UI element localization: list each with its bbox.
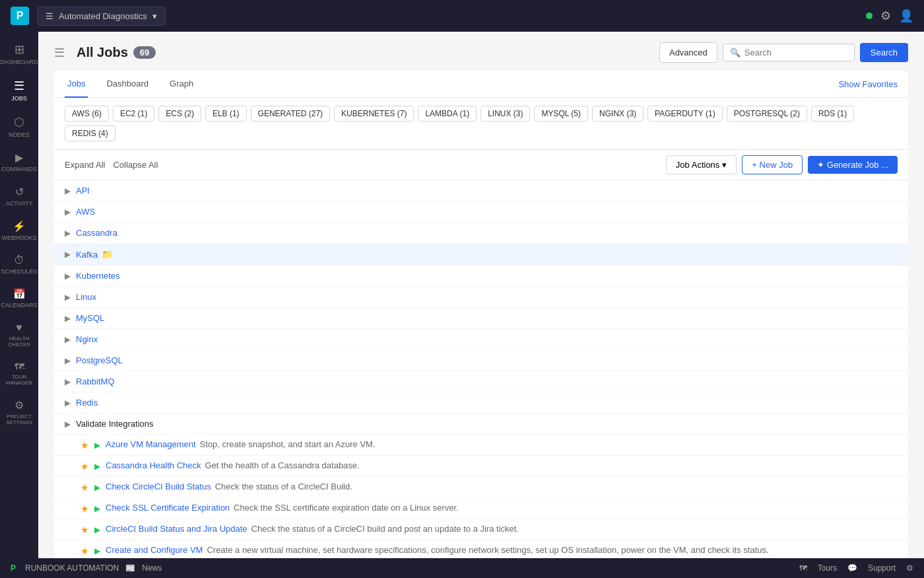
play-icon[interactable]: ▶	[94, 546, 100, 556]
group-name-nginx: Nginx	[76, 334, 98, 344]
group-name-kubernetes: Kubernetes	[76, 271, 120, 281]
jobs-list: ▶ API ▶ AWS ▶ Cassandra ▶ Kafka 📁 ▶ Kube…	[54, 180, 908, 558]
group-row-cassandra[interactable]: ▶ Cassandra	[54, 223, 908, 244]
expand-collapse-area: Expand All Collapse All	[65, 160, 158, 170]
search-area: Advanced 🔍 Search	[659, 42, 908, 63]
job-name[interactable]: CircleCI Build Status and Jira Update	[106, 524, 248, 534]
filter-redis[interactable]: REDIS (4)	[65, 126, 116, 141]
group-row-validate-integrations[interactable]: ▶ Validate Integrations	[54, 414, 908, 435]
show-favorites-link[interactable]: Show Favorites	[838, 79, 898, 89]
sidebar-item-schedules[interactable]: ⏱ SCHEDULES	[3, 249, 35, 280]
job-name[interactable]: Create and Configure VM	[106, 545, 203, 555]
sidebar-label-health-checks: HEALTH CHECKS	[6, 336, 32, 347]
star-icon[interactable]: ★	[81, 503, 89, 514]
play-icon[interactable]: ▶	[94, 441, 100, 450]
health-checks-icon: ♥	[16, 322, 22, 334]
schedules-icon: ⏱	[14, 254, 24, 266]
group-row-redis[interactable]: ▶ Redis	[54, 392, 908, 414]
filter-ec2[interactable]: EC2 (1)	[113, 106, 154, 122]
star-icon[interactable]: ★	[81, 524, 89, 535]
tab-jobs[interactable]: Jobs	[65, 71, 88, 98]
play-icon[interactable]: ▶	[94, 462, 100, 471]
star-icon[interactable]: ★	[81, 546, 89, 556]
group-name-kafka: Kafka	[76, 250, 98, 260]
filter-rds[interactable]: RDS (1)	[811, 106, 854, 122]
chevron-right-icon: ▶	[65, 314, 71, 323]
sidebar-item-nodes[interactable]: ⬡ NODES	[3, 110, 35, 143]
sidebar-item-dashboard[interactable]: ⊞ DASHBOARD	[3, 37, 35, 71]
filter-mysql[interactable]: MYSQL (5)	[534, 106, 588, 122]
star-icon[interactable]: ★	[81, 482, 89, 493]
action-buttons-area: Job Actions ▾ + New Job ✦ Generate Job .…	[666, 155, 898, 174]
star-icon[interactable]: ★	[81, 461, 89, 472]
sidebar-item-health-checks[interactable]: ♥ HEALTH CHECKS	[3, 316, 35, 353]
star-icon[interactable]: ★	[81, 440, 89, 451]
filter-generated[interactable]: GENERATED (27)	[251, 106, 330, 122]
filter-ecs[interactable]: ECS (2)	[158, 106, 201, 122]
bottom-settings-icon[interactable]: ⚙	[906, 563, 913, 573]
group-row-aws[interactable]: ▶ AWS	[54, 201, 908, 223]
sidebar-item-webhooks[interactable]: ⚡ WEBHOOKS	[3, 215, 35, 246]
filter-nginx[interactable]: NGINX (3)	[592, 106, 644, 122]
play-icon[interactable]: ▶	[94, 483, 100, 492]
filter-postgresql[interactable]: POSTGRESQL (2)	[727, 106, 807, 122]
search-button[interactable]: Search	[860, 43, 908, 62]
generate-job-button[interactable]: ✦ Generate Job ...	[808, 156, 898, 174]
play-icon[interactable]: ▶	[94, 525, 100, 534]
job-name[interactable]: Check SSL Certificate Expiration	[106, 503, 230, 513]
tab-graph[interactable]: Graph	[167, 71, 196, 98]
filter-kubernetes[interactable]: KUBERNETES (7)	[334, 106, 414, 122]
sidebar-item-commands[interactable]: ▶ COMMANDS	[3, 146, 35, 178]
job-actions-button[interactable]: Job Actions ▾	[666, 155, 737, 174]
play-icon[interactable]: ▶	[94, 504, 100, 513]
group-row-nginx[interactable]: ▶ Nginx	[54, 329, 908, 350]
job-name[interactable]: Cassandra Health Check	[106, 460, 201, 470]
sidebar-item-jobs[interactable]: ☰ JOBS	[3, 73, 35, 107]
job-item-ssl-cert: ★ ▶ Check SSL Certificate Expiration Che…	[54, 498, 908, 519]
filters-bar: AWS (6) EC2 (1) ECS (2) ELB (1) GENERATE…	[54, 98, 908, 150]
group-row-mysql[interactable]: ▶ MySQL	[54, 308, 908, 329]
filter-pagerduty[interactable]: PAGERDUTY (1)	[647, 106, 723, 122]
filter-aws[interactable]: AWS (6)	[65, 106, 109, 122]
group-name-validate-integrations: Validate Integrations	[76, 419, 154, 429]
tab-dashboard[interactable]: Dashboard	[104, 71, 151, 98]
filter-elb[interactable]: ELB (1)	[205, 106, 247, 122]
group-row-linux[interactable]: ▶ Linux	[54, 287, 908, 308]
settings-icon[interactable]: ⚙	[880, 9, 891, 23]
support-label[interactable]: Support	[868, 563, 896, 573]
advanced-button[interactable]: Advanced	[659, 42, 717, 63]
new-job-button[interactable]: + New Job	[742, 155, 803, 174]
sidebar-item-project-settings[interactable]: ⚙ PROJECT SETTINGS	[3, 394, 35, 431]
list-icon: ☰	[54, 46, 65, 60]
collapse-all-button[interactable]: Collapse All	[113, 160, 158, 170]
project-dropdown[interactable]: ☰ Automated Diagnostics ▾	[37, 7, 166, 26]
sidebar-label-tour-manager: TOUR MANAGER	[6, 374, 32, 386]
job-item-circleci-jira: ★ ▶ CircleCI Build Status and Jira Updat…	[54, 519, 908, 540]
group-row-kubernetes[interactable]: ▶ Kubernetes	[54, 266, 908, 287]
project-dropdown-icon: ☰	[46, 11, 53, 21]
sidebar-item-activity[interactable]: ↺ ACTIVITY	[3, 180, 35, 212]
search-box: 🔍	[723, 44, 855, 61]
user-icon[interactable]: 👤	[899, 9, 913, 23]
search-input[interactable]	[744, 48, 847, 57]
group-name-aws: AWS	[76, 207, 95, 217]
sidebar-item-tour-manager[interactable]: 🗺 TOUR MANAGER	[3, 355, 35, 391]
filter-linux[interactable]: LINUX (3)	[480, 106, 530, 122]
news-label[interactable]: News	[142, 563, 162, 573]
filter-lambda[interactable]: LAMBDA (1)	[418, 106, 477, 122]
activity-icon: ↺	[15, 186, 24, 198]
group-row-api[interactable]: ▶ API	[54, 180, 908, 201]
job-name[interactable]: Azure VM Management	[106, 439, 196, 449]
chevron-right-icon: ▶	[65, 377, 71, 386]
news-icon: 📰	[125, 563, 135, 573]
tours-label[interactable]: Tours	[818, 563, 837, 573]
group-row-postgresql[interactable]: ▶ PostgreSQL	[54, 350, 908, 371]
tours-icon: 🗺	[799, 563, 807, 573]
job-name[interactable]: Check CircleCI Build Status	[106, 482, 211, 491]
group-row-rabbitmq[interactable]: ▶ RabbitMQ	[54, 371, 908, 392]
chevron-right-icon: ▶	[65, 398, 71, 408]
sidebar-item-calendars[interactable]: 📅 CALENDARS	[3, 283, 35, 314]
expand-all-button[interactable]: Expand All	[65, 160, 105, 170]
commands-icon: ▶	[15, 151, 23, 164]
group-row-kafka[interactable]: ▶ Kafka 📁	[54, 244, 908, 266]
